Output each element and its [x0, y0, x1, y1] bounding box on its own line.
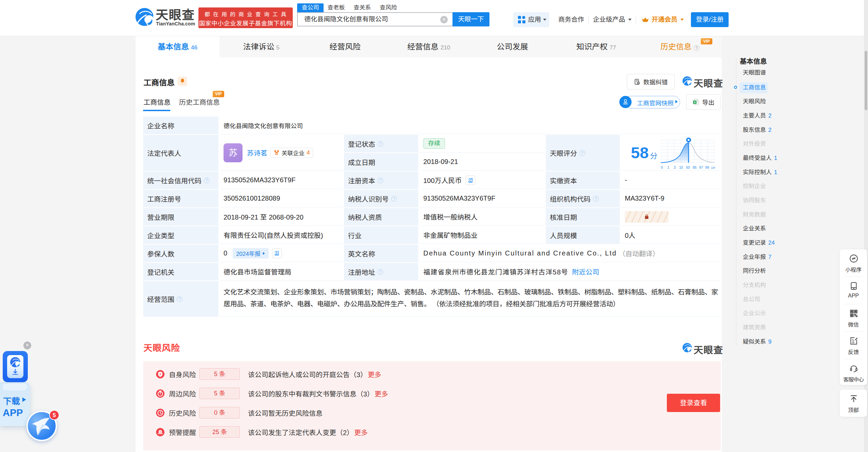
svg-text:3: 3: [674, 166, 676, 169]
svg-text:100: 100: [711, 166, 715, 169]
svg-text:0: 0: [661, 166, 663, 169]
svg-text:99: 99: [705, 166, 709, 169]
svg-text:15: 15: [679, 166, 683, 169]
svg-text:1: 1: [667, 166, 669, 169]
svg-text:50: 50: [686, 166, 690, 169]
svg-text:85: 85: [693, 166, 697, 169]
svg-text:97: 97: [699, 166, 703, 169]
